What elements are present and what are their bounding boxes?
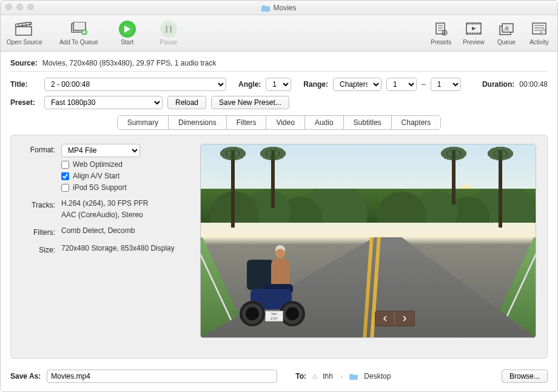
range-from-select[interactable]: 1 xyxy=(386,78,417,91)
window-controls xyxy=(5,4,34,10)
preview-button[interactable]: Preview xyxy=(462,21,486,46)
preset-select[interactable]: Fast 1080p30 xyxy=(44,96,163,109)
presets-label: Presets xyxy=(431,39,451,46)
preset-row: Preset: Fast 1080p30 Reload Save New Pre… xyxy=(10,96,548,109)
duration-value: 00:00:48 xyxy=(519,80,548,89)
tab-dimensions[interactable]: Dimensions xyxy=(169,116,227,129)
open-source-label: Open Source xyxy=(7,39,42,46)
preview-label: Preview xyxy=(463,39,485,46)
add-to-queue-button[interactable]: Add To Queue xyxy=(59,21,98,46)
presets-button[interactable]: Presets xyxy=(429,21,453,46)
queue-button[interactable]: Queue xyxy=(494,21,519,46)
svg-rect-10 xyxy=(466,23,481,25)
preset-label: Preset: xyxy=(10,98,39,107)
zoom-window-icon[interactable] xyxy=(27,4,34,10)
queue-add-icon xyxy=(70,21,88,37)
toolbar: Open Source Add To Queue Start Pause Pre… xyxy=(1,15,557,52)
home-icon: ⌂ xyxy=(312,372,317,380)
filters-label: Filters: xyxy=(22,226,55,237)
summary-panel: Format: MP4 File Web Optimized Align A/V… xyxy=(10,135,548,359)
size-label: Size: xyxy=(22,244,55,254)
svg-rect-6 xyxy=(436,23,445,34)
preview-prev-button[interactable] xyxy=(375,311,395,326)
minimize-window-icon[interactable] xyxy=(16,4,23,10)
save-as-label: Save As: xyxy=(10,372,41,380)
window-title-text: Movies xyxy=(273,4,296,12)
duration-label: Duration: xyxy=(482,80,514,89)
svg-rect-4 xyxy=(166,25,167,33)
tab-subtitles[interactable]: Subtitles xyxy=(344,116,392,129)
source-row: Source: Movies, 720x480 (853x480), 29.97… xyxy=(10,59,548,67)
start-label: Start xyxy=(121,39,133,46)
format-select[interactable]: MP4 File xyxy=(61,144,140,157)
pause-icon xyxy=(160,21,177,38)
source-text: Movies, 720x480 (853x480), 29.97 FPS, 1 … xyxy=(42,59,217,67)
svg-rect-5 xyxy=(170,25,172,33)
filters-text: Comb Detect, Decomb xyxy=(61,226,186,235)
queue-label: Queue xyxy=(497,39,516,46)
main-content: Source: Movies, 720x480 (853x480), 29.97… xyxy=(1,52,557,363)
film-clapper-icon xyxy=(15,21,33,37)
close-window-icon[interactable] xyxy=(5,4,12,10)
to-dest-text: Desktop xyxy=(364,372,391,380)
license-plate: 1ขล1727 xyxy=(265,311,283,322)
title-select[interactable]: 2 - 00:00:48 xyxy=(44,78,226,91)
preview-image: 1ขล1727 xyxy=(200,144,536,338)
tab-audio[interactable]: Audio xyxy=(305,116,344,129)
range-separator: – xyxy=(422,80,426,89)
angle-label: Angle: xyxy=(238,80,261,89)
angle-select[interactable]: 1 xyxy=(266,78,291,91)
play-icon xyxy=(119,21,136,38)
to-label: To: xyxy=(295,372,306,380)
motorcycle-rider: 1ขล1727 xyxy=(237,242,316,326)
window-title: Movies xyxy=(261,4,296,12)
source-label: Source: xyxy=(10,59,38,67)
tab-bar: SummaryDimensionsFiltersVideoAudioSubtit… xyxy=(117,115,442,130)
web-optimized-checkbox[interactable]: Web Optimized xyxy=(61,160,186,169)
chevron-right-icon xyxy=(402,316,408,322)
size-text: 720x480 Storage, 853x480 Display xyxy=(61,244,186,252)
add-to-queue-label: Add To Queue xyxy=(59,39,98,46)
tracks-label: Tracks: xyxy=(22,199,55,209)
footer: Save As: To: ⌂ thh › Desktop Browse... xyxy=(1,363,557,391)
tracks-audio-text: AAC (CoreAudio), Stereo xyxy=(61,211,186,219)
align-av-checkbox[interactable]: Align A/V Start xyxy=(61,172,186,180)
range-label: Range: xyxy=(303,80,328,89)
ipod-support-checkbox[interactable]: iPod 5G Support xyxy=(61,183,186,192)
chevron-left-icon xyxy=(382,316,388,322)
svg-point-8 xyxy=(444,32,445,33)
title-label: Title: xyxy=(10,80,39,89)
activity-icon: i xyxy=(530,21,548,37)
save-new-preset-button[interactable]: Save New Preset... xyxy=(211,96,289,109)
title-row: Title: 2 - 00:00:48 Angle: 1 Range: Chap… xyxy=(10,78,548,91)
tracks-video-text: H.264 (x264), 30 FPS PFR xyxy=(61,199,186,208)
pause-button[interactable]: Pause xyxy=(156,21,181,46)
reload-button[interactable]: Reload xyxy=(167,96,206,109)
activity-label: Activity xyxy=(529,39,549,46)
chevron-right-icon: › xyxy=(339,373,343,380)
tabs-container: SummaryDimensionsFiltersVideoAudioSubtit… xyxy=(10,115,548,130)
to-user-text: thh xyxy=(323,372,333,380)
format-label: Format: xyxy=(22,144,55,154)
browse-button[interactable]: Browse... xyxy=(502,370,548,383)
tab-filters[interactable]: Filters xyxy=(227,116,267,129)
divider xyxy=(10,71,548,72)
app-window: Movies Open Source Add To Queue Start xyxy=(0,0,558,392)
folder-icon xyxy=(261,4,270,12)
save-as-input[interactable] xyxy=(47,370,277,383)
tab-chapters[interactable]: Chapters xyxy=(392,116,441,129)
preview-next-button[interactable] xyxy=(395,311,414,326)
activity-button[interactable]: i Activity xyxy=(527,21,551,46)
range-type-select[interactable]: Chapters xyxy=(333,78,382,91)
tab-video[interactable]: Video xyxy=(266,116,304,129)
svg-rect-2 xyxy=(73,22,86,30)
open-source-button[interactable]: Open Source xyxy=(7,21,42,46)
pause-label: Pause xyxy=(160,39,177,46)
summary-left-column: Format: MP4 File Web Optimized Align A/V… xyxy=(22,144,186,350)
start-button[interactable]: Start xyxy=(115,21,140,46)
tab-summary[interactable]: Summary xyxy=(118,116,169,129)
preview-pager xyxy=(375,311,415,326)
svg-rect-0 xyxy=(16,27,32,35)
presets-icon xyxy=(432,21,450,37)
range-to-select[interactable]: 1 xyxy=(431,78,461,91)
